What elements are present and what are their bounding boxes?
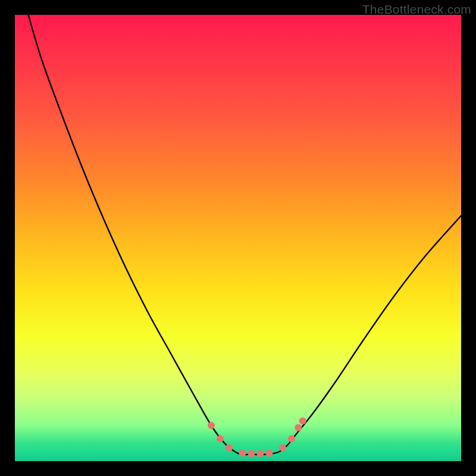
- dot-right-4: [299, 418, 306, 425]
- plot-area: [15, 15, 461, 461]
- dot-left-3: [226, 444, 233, 452]
- chart-frame: TheBottleneck.com: [0, 0, 476, 476]
- dot-left-2: [217, 436, 224, 443]
- dot-flat-3: [257, 450, 264, 457]
- bottleneck-curve-svg: [15, 15, 461, 461]
- bottleneck-curve: [29, 15, 462, 455]
- watermark-text: TheBottleneck.com: [362, 2, 471, 17]
- dot-left-1: [208, 422, 215, 429]
- dot-flat-2: [248, 450, 255, 457]
- curve-markers: [208, 418, 306, 458]
- dot-flat-1: [239, 450, 246, 457]
- dot-right-2: [288, 436, 295, 443]
- dot-right-3: [295, 424, 302, 431]
- dot-right-1: [279, 444, 286, 452]
- dot-flat-4: [266, 450, 273, 457]
